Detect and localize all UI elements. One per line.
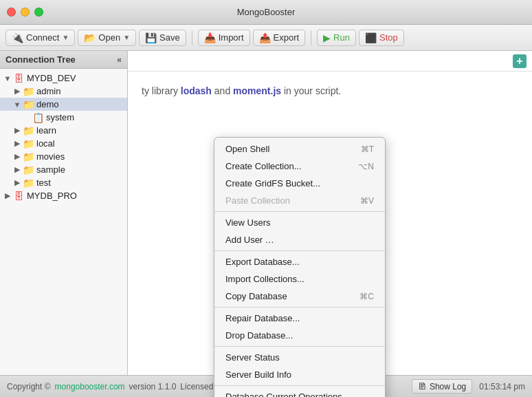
log-icon: 🖹	[418, 381, 427, 391]
copyright-text: Copyright ©	[7, 382, 51, 391]
import-button[interactable]: 📥 Import	[198, 30, 250, 46]
tree-label-demo: demo	[36, 99, 59, 109]
tree-label-mydb-pro: MYDB_PRO	[27, 191, 77, 201]
tree-label-admin: admin	[36, 86, 60, 96]
expand-icon: ▶	[12, 178, 22, 187]
connect-label: Connect	[26, 32, 59, 43]
tree-item-demo[interactable]: ▼ 📁 demo	[0, 98, 127, 111]
tree-label-learn: learn	[36, 125, 56, 136]
db-icon: 🗄	[12, 74, 25, 83]
expand-icon	[22, 114, 32, 122]
menu-shortcut-create-collection: ⌥N	[358, 162, 374, 171]
menu-label-paste-collection: Paste Collection	[225, 195, 290, 206]
connect-button[interactable]: 🔌 Connect ▼	[5, 30, 75, 46]
time-display: 01:53:14 pm	[479, 382, 525, 391]
tree-item-admin[interactable]: ▶ 📁 admin	[0, 85, 127, 98]
export-label: Export	[274, 32, 300, 43]
menu-separator-2	[214, 250, 385, 251]
menu-label-server-status: Server Status	[225, 352, 280, 363]
tree-item-local[interactable]: ▶ 📁 local	[0, 137, 127, 150]
menu-label-export-database: Export Database...	[225, 257, 300, 267]
content-text-middle: and	[212, 85, 233, 96]
tree-item-learn[interactable]: ▶ 📁 learn	[0, 124, 127, 137]
content-text-before: ty library	[142, 85, 181, 96]
folder-icon: 📁	[22, 100, 34, 109]
titlebar: MongoBooster	[0, 0, 532, 25]
connection-tree: ▼ 🗄 MYDB_DEV ▶ 📁 admin ▼ 📁 demo 📋 system	[0, 69, 127, 375]
stop-icon: ⬛	[365, 32, 377, 43]
minimize-button[interactable]	[21, 8, 30, 17]
import-label: Import	[219, 32, 244, 43]
tree-item-mydb-pro[interactable]: ▶ 🗄 MYDB_PRO	[0, 189, 127, 202]
open-button[interactable]: 📂 Open ▼	[78, 30, 136, 46]
sidebar-title: Connection Tree	[5, 54, 76, 65]
show-log-button[interactable]: 🖹 Show Log	[412, 379, 472, 394]
add-tab-button[interactable]: +	[513, 54, 527, 68]
menu-item-create-gridfs-bucket[interactable]: Create GridFS Bucket...	[214, 175, 385, 192]
menu-label-view-users: View Users	[225, 217, 271, 228]
menu-item-copy-database[interactable]: Copy Database ⌘C	[214, 288, 385, 305]
sidebar-collapse-button[interactable]: «	[117, 55, 122, 65]
menu-item-repair-database[interactable]: Repair Database...	[214, 310, 385, 327]
tree-item-sample[interactable]: ▶ 📁 sample	[0, 163, 127, 176]
menu-label-open-shell: Open Shell	[225, 144, 269, 154]
menu-separator-5	[214, 385, 385, 386]
open-label: Open	[98, 32, 120, 43]
menu-item-open-shell[interactable]: Open Shell ⌘T	[214, 140, 385, 158]
content-link-lodash[interactable]: lodash	[181, 85, 212, 96]
menu-item-db-current-ops[interactable]: Database Current Operations	[214, 388, 385, 397]
menu-item-drop-database[interactable]: Drop Database...	[214, 327, 385, 344]
menu-item-add-user[interactable]: Add User …	[214, 231, 385, 248]
expand-icon: ▶	[12, 87, 22, 96]
tree-label-movies: movies	[36, 151, 65, 162]
sidebar: Connection Tree « ▼ 🗄 MYDB_DEV ▶ 📁 admin…	[0, 51, 128, 375]
content-link-momentjs[interactable]: moment.js	[233, 85, 281, 96]
folder-icon: 📁	[22, 139, 34, 149]
menu-item-view-users[interactable]: View Users	[214, 214, 385, 231]
menu-item-export-database[interactable]: Export Database...	[214, 253, 385, 270]
toolbar-separator-1	[192, 30, 192, 45]
tree-item-movies[interactable]: ▶ 📁 movies	[0, 150, 127, 163]
expand-icon: ▶	[12, 152, 22, 161]
menu-label-server-build-info: Server Build Info	[225, 369, 291, 380]
menu-label-repair-database: Repair Database...	[225, 313, 300, 323]
tree-label-test: test	[36, 178, 51, 188]
save-button[interactable]: 💾 Save	[139, 30, 186, 46]
window-title: MongoBooster	[237, 7, 296, 17]
menu-item-server-status[interactable]: Server Status	[214, 349, 385, 366]
menu-separator-4	[214, 346, 385, 347]
maximize-button[interactable]	[34, 8, 43, 17]
connect-dropdown-arrow: ▼	[62, 34, 69, 41]
menu-shortcut-open-shell: ⌘T	[361, 144, 374, 154]
menu-item-server-build-info[interactable]: Server Build Info	[214, 366, 385, 383]
menu-label-drop-database: Drop Database...	[225, 330, 293, 341]
tree-item-test[interactable]: ▶ 📁 test	[0, 176, 127, 189]
tree-item-mydb-dev[interactable]: ▼ 🗄 MYDB_DEV	[0, 72, 127, 85]
export-button[interactable]: 📤 Export	[253, 30, 306, 46]
menu-item-import-collections[interactable]: Import Collections...	[214, 270, 385, 288]
menu-separator-3	[214, 307, 385, 308]
import-icon: 📥	[204, 32, 216, 43]
menu-label-copy-database: Copy Database	[225, 291, 287, 301]
expand-icon: ▼	[3, 74, 12, 83]
stop-label: Stop	[379, 32, 398, 43]
connect-icon: 🔌	[12, 32, 23, 43]
tree-label-system: system	[46, 112, 74, 122]
content-body: ty library lodash and moment.js in your …	[128, 72, 532, 110]
content-toolbar: +	[128, 51, 532, 72]
run-label: Run	[333, 32, 350, 43]
open-icon: 📂	[84, 32, 96, 43]
content-area: + ty library lodash and moment.js in you…	[128, 51, 532, 375]
close-button[interactable]	[7, 8, 16, 17]
stop-button[interactable]: ⬛ Stop	[359, 30, 404, 46]
website-link[interactable]: mongobooster.com	[55, 382, 125, 391]
tree-label-mydb-dev: MYDB_DEV	[27, 73, 76, 83]
save-icon: 💾	[145, 32, 157, 43]
expand-icon: ▶	[12, 139, 22, 148]
statusbar-right: 🖹 Show Log 01:53:14 pm	[412, 379, 525, 394]
menu-item-create-collection[interactable]: Create Collection... ⌥N	[214, 158, 385, 175]
run-button[interactable]: ▶ Run	[317, 30, 356, 46]
db-icon: 🗄	[12, 191, 25, 201]
tree-item-system[interactable]: 📋 system	[0, 111, 127, 124]
run-icon: ▶	[323, 32, 331, 43]
